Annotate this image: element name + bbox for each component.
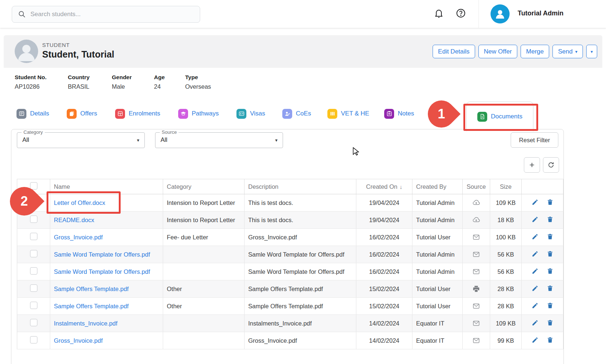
document-link[interactable]: Sample Offers Template.pdf (54, 303, 129, 309)
delete-icon[interactable] (547, 233, 554, 242)
merge-button[interactable]: Merge (521, 45, 549, 58)
enrolments-icon (115, 109, 125, 119)
select-all-checkbox[interactable] (30, 182, 37, 190)
delete-icon[interactable] (547, 302, 554, 310)
plus-icon (528, 161, 536, 169)
cell-description: Instalments_Invoice.pdf (245, 315, 356, 332)
pathways-icon (178, 109, 188, 119)
cell-created-on: 15/02/2024 (356, 298, 412, 315)
delete-icon[interactable] (547, 337, 554, 345)
coes-icon (282, 109, 292, 119)
cell-created-on: 14/02/2024 (356, 332, 412, 349)
document-link[interactable]: Gross_Invoice.pdf (54, 234, 103, 240)
edit-icon[interactable] (532, 337, 539, 345)
student-actions: Edit Details New Offer Merge Send ▾ ▾ (433, 45, 597, 58)
send-button[interactable]: Send ▾ (552, 45, 583, 58)
edit-details-button[interactable]: Edit Details (433, 45, 475, 58)
edit-icon[interactable] (532, 199, 539, 207)
cell-created-by: Tutorial Admin (412, 246, 463, 263)
student-search[interactable] (12, 6, 200, 23)
edit-icon[interactable] (532, 319, 539, 328)
cell-category: Other (163, 298, 245, 315)
student-photo (15, 40, 38, 63)
user-avatar[interactable] (491, 4, 510, 23)
tab-enrolments[interactable]: Enrolments (115, 103, 160, 124)
edit-icon[interactable] (532, 233, 539, 242)
cell-created-on: 14/02/2024 (356, 315, 412, 332)
tab-vet-he[interactable]: VET & HE (327, 103, 369, 124)
row-checkbox[interactable] (30, 302, 37, 309)
cell-category (163, 332, 245, 349)
send-button-label: Send (558, 48, 573, 55)
cell-created-by: Tutorial Admin (412, 263, 463, 280)
column-header-category[interactable]: Category (163, 179, 245, 194)
edit-icon[interactable] (532, 268, 539, 276)
edit-icon[interactable] (532, 302, 539, 310)
row-checkbox[interactable] (30, 233, 37, 240)
document-link[interactable]: Gross_Invoice.pdf (54, 337, 103, 344)
envelope-icon (472, 302, 480, 309)
cell-created-on: 19/04/2024 (356, 212, 412, 229)
documents-table: NameCategoryDescriptionCreated On↓Create… (17, 179, 563, 349)
search-input[interactable] (30, 10, 189, 18)
table-row: Sample Offers Template.pdfOtherSample Of… (17, 280, 563, 298)
row-checkbox[interactable] (30, 284, 37, 292)
delete-icon[interactable] (547, 268, 554, 276)
column-header-created-on[interactable]: Created On↓ (356, 179, 412, 194)
row-checkbox[interactable] (30, 216, 37, 223)
row-checkbox[interactable] (30, 250, 37, 257)
topbar-divider (478, 0, 479, 28)
row-checkbox[interactable] (30, 198, 37, 206)
table-row: Samle Word Template for Offers.pdfSamle … (17, 246, 563, 263)
help-icon[interactable] (456, 8, 466, 18)
table-row: Gross_Invoice.pdfGross_Invoice.pdf14/02/… (17, 332, 563, 349)
column-header-size[interactable]: Size (490, 179, 522, 194)
chevron-down-icon: ▾ (591, 49, 593, 54)
reset-filter-button[interactable]: Reset Filter (511, 132, 558, 148)
category-filter-select[interactable]: Category All ▾ (17, 132, 145, 148)
user-name[interactable]: Tutorial Admin (518, 10, 563, 17)
tab-offers[interactable]: Offers (67, 103, 97, 124)
document-link[interactable]: README.docx (54, 217, 94, 223)
tab-label: Enrolments (129, 110, 160, 117)
delete-icon[interactable] (547, 285, 554, 293)
delete-icon[interactable] (547, 216, 554, 224)
edit-icon[interactable] (532, 216, 539, 224)
more-actions-button[interactable]: ▾ (586, 45, 597, 58)
add-document-button[interactable] (524, 157, 540, 173)
row-checkbox[interactable] (30, 267, 37, 275)
document-link[interactable]: Letter of Offer.docx (54, 199, 105, 206)
refresh-button[interactable] (543, 157, 559, 173)
column-header-source[interactable]: Source (463, 179, 490, 194)
edit-icon[interactable] (532, 250, 539, 259)
edit-icon[interactable] (532, 285, 539, 293)
tab-visas[interactable]: Visas (236, 103, 265, 124)
column-header-description[interactable]: Description (245, 179, 356, 194)
envelope-icon (472, 233, 480, 240)
tab-label: Visas (250, 110, 265, 117)
document-link[interactable]: Sample Offers Template.pdf (54, 286, 129, 292)
source-filter-label: Source (160, 129, 179, 135)
document-link[interactable]: Samle Word Template for Offers.pdf (54, 251, 150, 258)
row-checkbox[interactable] (30, 319, 37, 326)
document-link[interactable]: Instalments_Invoice.pdf (54, 320, 117, 327)
tab-partial-hidden[interactable]: y (456, 110, 459, 117)
tab-documents[interactable]: Documents (466, 102, 533, 131)
column-header-created-by[interactable]: Created By (412, 179, 463, 194)
source-filter-select[interactable]: Source All ▾ (155, 132, 283, 148)
delete-icon[interactable] (547, 199, 554, 207)
tab-notes[interactable]: Notes (384, 103, 414, 124)
document-link[interactable]: Samle Word Template for Offers.pdf (54, 268, 150, 275)
delete-icon[interactable] (547, 250, 554, 259)
notifications-bell-icon[interactable] (434, 8, 444, 18)
row-checkbox[interactable] (30, 336, 37, 343)
table-row: Samle Word Template for Offers.pdfSamle … (17, 263, 563, 280)
new-offer-button[interactable]: New Offer (478, 45, 517, 58)
column-header-name[interactable]: Name (50, 179, 163, 194)
cell-size: 109 KB (490, 315, 522, 332)
tab-coes[interactable]: CoEs (282, 103, 311, 124)
tab-pathways[interactable]: Pathways (178, 103, 219, 124)
tab-details[interactable]: Details (16, 103, 49, 124)
delete-icon[interactable] (547, 319, 554, 328)
tab-label: CoEs (296, 110, 311, 117)
